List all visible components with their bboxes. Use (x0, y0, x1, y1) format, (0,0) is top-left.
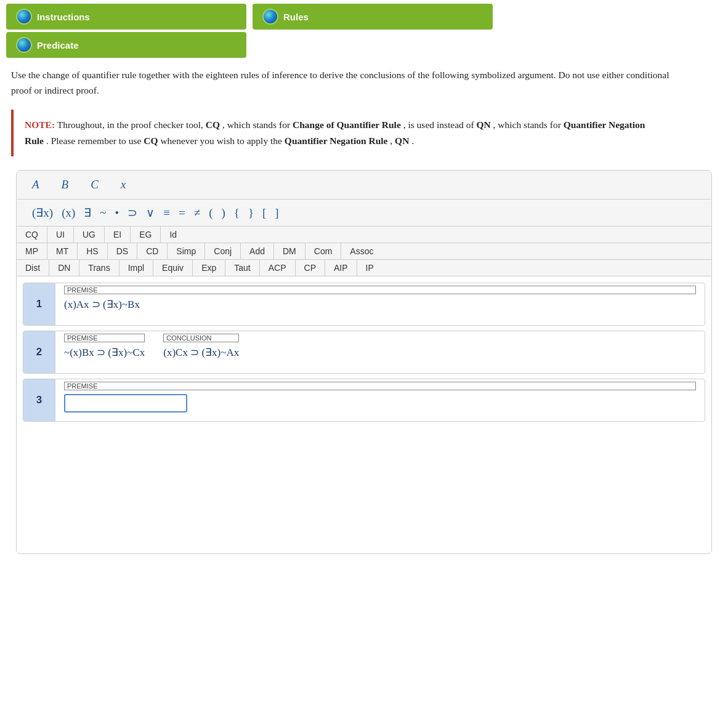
rule-dist[interactable]: Dist (17, 260, 49, 276)
note-cq: CQ (206, 119, 220, 130)
rule-mp[interactable]: MP (17, 243, 47, 259)
sym-lparen[interactable]: ( (204, 205, 217, 221)
rule-dm[interactable]: DM (274, 243, 305, 259)
var-C[interactable]: C (86, 177, 103, 193)
rule-com[interactable]: Com (305, 243, 342, 259)
sym-dot[interactable]: • (111, 205, 124, 221)
proof-section-1-1: PREMISE (x)Ax ⊃ (∃x)~Bx (64, 287, 696, 311)
sym-exists-x[interactable]: (∃x) (28, 204, 57, 221)
note-qn2: QN (395, 135, 409, 146)
note-text7: , (390, 135, 395, 146)
note-text6: whenever you wish to apply the (160, 135, 284, 146)
sym-lbracket[interactable]: [ (258, 205, 270, 221)
rule-add[interactable]: Add (241, 243, 274, 259)
proof-tag-1-1: PREMISE (64, 286, 696, 294)
proof-area: 1 PREMISE (x)Ax ⊃ (∃x)~Bx 2 PREMISE ~(x)… (17, 276, 711, 553)
main-content: Use the change of quantifier rule togeth… (0, 60, 728, 565)
proof-formula-2-2: (x)Cx ⊃ (∃x)~Ax (163, 346, 239, 359)
proof-number-3: 3 (23, 379, 55, 421)
proof-section-2-1: PREMISE ~(x)Bx ⊃ (∃x)~Cx (64, 335, 145, 359)
proof-row-1: 1 PREMISE (x)Ax ⊃ (∃x)~Bx (23, 283, 705, 326)
sym-equals[interactable]: = (174, 205, 190, 221)
description-text: Use the change of quantifier rule togeth… (11, 68, 689, 99)
rules-row-2: MP MT HS DS CD Simp Conj Add DM Com Asso… (17, 243, 711, 260)
sym-lbrace[interactable]: { (230, 205, 244, 221)
nav-row-2: Predicate (6, 32, 722, 58)
proof-content-3: PREMISE (55, 379, 705, 417)
rule-ui[interactable]: UI (47, 227, 74, 243)
var-x[interactable]: x (116, 177, 130, 193)
rules-label: Rules (283, 12, 309, 22)
rule-ei[interactable]: EI (105, 227, 131, 243)
sym-all-x[interactable]: (x) (57, 205, 79, 221)
proof-content-2: PREMISE ~(x)Bx ⊃ (∃x)~Cx CONCLUSION (x)C… (55, 331, 705, 364)
rule-conj[interactable]: Conj (205, 243, 241, 259)
rule-equiv[interactable]: Equiv (153, 260, 193, 276)
predicate-label: Predicate (37, 40, 79, 50)
proof-content-1: PREMISE (x)Ax ⊃ (∃x)~Bx (55, 283, 705, 316)
sym-exists[interactable]: ∃ (79, 204, 95, 221)
var-B[interactable]: B (57, 177, 73, 193)
nav-tabs: Instructions Rules Predicate (0, 0, 728, 60)
note-text5: . Please remember to use (46, 135, 144, 146)
sym-wedge[interactable]: ∨ (142, 204, 159, 221)
rule-ds[interactable]: DS (108, 243, 137, 259)
note-cq2: CQ (144, 135, 158, 146)
sym-rbracket[interactable]: ] (270, 205, 283, 221)
rule-cq[interactable]: CQ (17, 227, 47, 243)
proof-input-3[interactable] (64, 394, 187, 412)
proof-formula-2-1: ~(x)Bx ⊃ (∃x)~Cx (64, 346, 145, 359)
sym-rbrace[interactable]: } (244, 205, 258, 221)
rule-taut[interactable]: Taut (225, 260, 259, 276)
note-text3: , is used instead of (403, 119, 477, 130)
proof-tag-2-2: CONCLUSION (163, 334, 239, 342)
logic-panel: A B C x (∃x) (x) ∃ ~ • ⊃ ∨ ≡ = ≠ ( ) { }… (16, 170, 712, 554)
rule-id[interactable]: Id (161, 227, 185, 243)
proof-tag-2-1: PREMISE (64, 334, 145, 342)
instructions-button[interactable]: Instructions (6, 4, 246, 30)
proof-tag-3-1: PREMISE (64, 382, 696, 390)
rule-hs[interactable]: HS (78, 243, 107, 259)
note-label: NOTE: (25, 119, 55, 130)
sym-neg[interactable]: ~ (95, 205, 110, 221)
note-text2: , which stands for (222, 119, 293, 130)
predicate-button[interactable]: Predicate (6, 32, 246, 58)
sym-rparen[interactable]: ) (217, 205, 229, 221)
proof-section-2-2: CONCLUSION (x)Cx ⊃ (∃x)~Ax (163, 335, 239, 359)
rules-row-3: Dist DN Trans Impl Equiv Exp Taut ACP CP… (17, 260, 711, 276)
rule-cp[interactable]: CP (296, 260, 325, 276)
sym-tribar[interactable]: ≡ (159, 205, 174, 221)
proof-number-1: 1 (23, 283, 55, 325)
proof-row-2: 2 PREMISE ~(x)Bx ⊃ (∃x)~Cx CONCLUSION (x… (23, 331, 705, 374)
rule-exp[interactable]: Exp (193, 260, 225, 276)
rule-eg[interactable]: EG (131, 227, 161, 243)
sym-horseshoe[interactable]: ⊃ (123, 204, 142, 221)
vars-row: A B C x (17, 171, 711, 199)
rule-mt[interactable]: MT (47, 243, 78, 259)
globe-icon-instructions (16, 9, 32, 25)
globe-icon-rules (262, 9, 278, 25)
proof-row-inner-2: PREMISE ~(x)Bx ⊃ (∃x)~Cx CONCLUSION (x)C… (64, 335, 696, 359)
rules-button[interactable]: Rules (253, 4, 493, 30)
rule-dn[interactable]: DN (49, 260, 79, 276)
rules-row-1: CQ UI UG EI EG Id (17, 227, 711, 243)
rule-simp[interactable]: Simp (168, 243, 205, 259)
rule-trans[interactable]: Trans (79, 260, 119, 276)
globe-icon-predicate (16, 37, 32, 53)
rule-ug[interactable]: UG (74, 227, 105, 243)
rule-ip[interactable]: IP (357, 260, 382, 276)
rule-assoc[interactable]: Assoc (341, 243, 382, 259)
symbols-row: (∃x) (x) ∃ ~ • ⊃ ∨ ≡ = ≠ ( ) { } [ ] (17, 199, 711, 227)
rule-impl[interactable]: Impl (119, 260, 153, 276)
proof-section-3-1: PREMISE (64, 383, 696, 412)
rule-acp[interactable]: ACP (260, 260, 296, 276)
var-A[interactable]: A (28, 177, 44, 193)
note-bold1: Change of Quantifier Rule (293, 119, 401, 130)
proof-formula-1-1: (x)Ax ⊃ (∃x)~Bx (64, 298, 696, 311)
rule-aip[interactable]: AIP (325, 260, 357, 276)
note-bold3: Quantifier Negation Rule (285, 135, 388, 146)
nav-row-1: Instructions Rules (6, 4, 722, 30)
note-text1: Throughout, in the proof checker tool, (57, 119, 206, 130)
sym-not-equals[interactable]: ≠ (190, 205, 204, 221)
rule-cd[interactable]: CD (137, 243, 168, 259)
